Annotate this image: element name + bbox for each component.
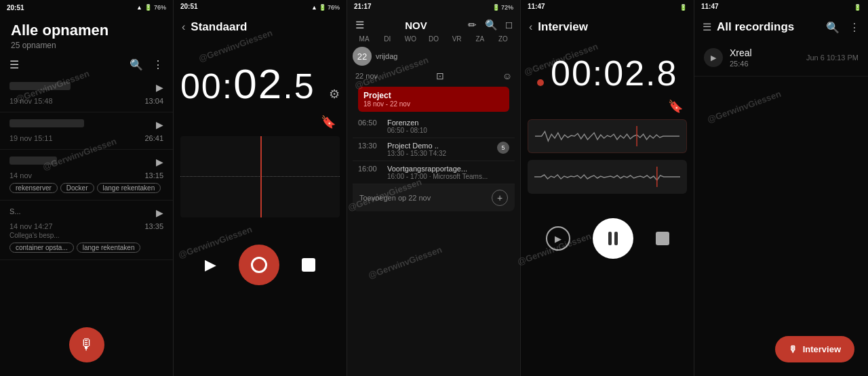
list-item[interactable]: ▶ 19 nov 15:11 26:41 [0, 112, 173, 150]
list-item[interactable]: ▶ 14 nov 13:15 rekenserver Docker lange … [0, 150, 173, 201]
pause-bar-left [608, 232, 612, 245]
timeslot-1[interactable]: 06:50 Forenzen 06:50 - 08:10 [353, 115, 515, 138]
item-date: 19 nov 15:11 [9, 134, 53, 142]
bookmark-area-2: 🔖 [174, 114, 347, 129]
recording-item-xreal[interactable]: ▶ Xreal 25:46 Jun 6 10:13 PM [694, 39, 868, 77]
nav-title-5: All recordings [717, 20, 821, 34]
waveform-channel-2 [528, 160, 687, 194]
add-event-button[interactable]: + [492, 190, 508, 206]
more-icon[interactable]: ⋮ [153, 58, 163, 71]
weekday-di: DI [377, 35, 397, 43]
waveform-channel-1 [528, 119, 687, 153]
menu-icon[interactable]: ☰ [9, 58, 19, 71]
back-button-2[interactable]: ‹ [182, 21, 185, 33]
timeslot-2[interactable]: 13:30 Project Demo .. 13:30 - 15:30 T4:3… [353, 138, 515, 161]
play-button-2[interactable]: ▶ [205, 256, 216, 274]
play-icon[interactable]: ▶ [156, 207, 163, 218]
filter-icon[interactable]: ⊡ [436, 70, 444, 81]
p5-nav: ☰ All recordings 🔍 ⋮ [694, 15, 868, 39]
play-icon[interactable]: ▶ [156, 82, 163, 93]
calendar-content: 22 vrijdag 22 nov ⊡ ☺ Project 18 nov - 2… [347, 43, 520, 220]
attendee-badge: 5 [497, 142, 509, 154]
controls-4: ▶ [521, 198, 694, 272]
recording-duration: 25:46 [730, 60, 800, 68]
settings-icon[interactable]: ⚙ [329, 87, 340, 101]
pause-button-4[interactable] [593, 218, 633, 259]
emoji-icon[interactable]: ☺ [502, 70, 512, 81]
weekday-zo: ZO [493, 35, 513, 43]
status-icons-2: ▲ 🔋 76% [311, 3, 340, 12]
item-name-bar [9, 82, 71, 90]
add-event-label: Toevoegen op 22 nov [359, 194, 431, 202]
bookmark-icon-4[interactable]: 🔖 [668, 100, 683, 113]
recording-count: 25 opnamen [11, 41, 162, 50]
item-date: 14 nov [9, 171, 32, 180]
list-item[interactable]: S... ▶ 14 nov 14:27 13:35 Collega's besp… [0, 201, 173, 260]
timeslot-3[interactable]: 16:00 Voortgangsrapportage... 16:00 - 17… [353, 161, 515, 184]
recording-position-bar [260, 136, 262, 217]
edit-icon[interactable]: ✏ [468, 19, 477, 31]
search-icon-3[interactable]: 🔍 [485, 19, 498, 31]
p4-nav: ‹ Interview [521, 15, 694, 39]
statusbar-4: 11:47 🔋 [521, 0, 694, 15]
play-icon-5[interactable]: ▶ [704, 48, 723, 67]
calendar-event[interactable]: Project 18 nov - 22 nov [358, 87, 509, 112]
slot-title-3: Voortgangsrapportage... [387, 165, 509, 173]
stop-button-4[interactable] [656, 232, 669, 245]
controls-2: ▶ [174, 217, 347, 299]
statusbar-2: 20:51 ▲ 🔋 76% [174, 0, 347, 15]
record-button-2[interactable] [239, 245, 279, 285]
search-icon[interactable]: 🔍 [130, 58, 143, 71]
play-icon[interactable]: ▶ [156, 156, 163, 167]
menu-icon-3[interactable]: ☰ [355, 19, 364, 31]
battery-icon-4: 🔋 [679, 4, 687, 11]
event-dates: 18 nov - 22 nov [363, 100, 504, 108]
panel-interview-recorder: 11:47 🔋 ‹ Interview 00:02.8 🔖 [521, 0, 694, 376]
more-icon-5[interactable]: ⋮ [849, 21, 860, 34]
tag-container: container opsta... [9, 243, 74, 253]
calendar-badge-icon[interactable]: □ [506, 19, 512, 31]
mic-record-button[interactable]: 🎙 [69, 327, 104, 362]
tag-lange: lange rekentaken [97, 183, 161, 193]
statusbar-3: 21:17 🔋 72% [347, 0, 520, 15]
timer-display-4: 00:02.8 [521, 39, 694, 99]
event-title: Project [363, 91, 504, 100]
battery-icon-3: 🔋 [492, 4, 500, 11]
item-info-5: Xreal 25:46 [730, 47, 800, 68]
item-date: 14 nov 14:27 [9, 222, 53, 230]
status-time-1: 20:51 [7, 4, 24, 12]
mic-icon: 🎙 [79, 336, 94, 354]
p1-header: Alle opnamen 25 opnamen [0, 15, 173, 54]
date-range-label: 22 nov [355, 72, 378, 80]
toolbar-1: ☰ 🔍 ⋮ [0, 54, 173, 75]
day-number[interactable]: 22 [353, 47, 372, 66]
menu-icon-5[interactable]: ☰ [703, 21, 711, 33]
date-range-bar: 22 nov ⊡ ☺ [353, 68, 515, 83]
item-name-bar [9, 156, 57, 165]
interview-fab-button[interactable]: 🎙 Interview [775, 336, 854, 362]
weekday-za: ZA [470, 35, 490, 43]
waveform-2 [180, 136, 340, 217]
statusbar-5: 11:47 🔋 [694, 0, 868, 15]
back-button-4[interactable]: ‹ [529, 21, 532, 33]
slot-content-2: Project Demo .. 13:30 - 15:30 T4:32 [387, 142, 492, 157]
battery-icon-5: 🔋 [854, 4, 861, 11]
month-title: NOV [405, 20, 427, 31]
play-button-4[interactable]: ▶ [546, 226, 570, 251]
pause-bar-right [614, 232, 618, 245]
recording-dot [537, 79, 544, 86]
timer-text-2: 00:02.5 [180, 66, 326, 106]
list-item[interactable]: ▶ 19 nov 15:48 13:04 [0, 75, 173, 112]
slot-content-1: Forenzen 06:50 - 08:10 [387, 119, 509, 134]
wifi-icon: ▲ [136, 4, 142, 11]
stop-button-2[interactable] [302, 258, 315, 272]
recording-name: Xreal [730, 47, 800, 58]
search-icon-5[interactable]: 🔍 [826, 21, 840, 34]
play-icon[interactable]: ▶ [156, 119, 163, 130]
panel-alle-opnamen: 20:51 ▲ 🔋 76% Alle opnamen 25 opnamen ☰ … [0, 0, 174, 376]
nav-actions-5: 🔍 ⋮ [826, 21, 860, 34]
status-time-5: 11:47 [701, 3, 719, 12]
status-icons-4: 🔋 [679, 3, 687, 12]
bookmark-icon[interactable]: 🔖 [321, 115, 336, 129]
item-date: 19 nov 15:48 [9, 97, 53, 105]
